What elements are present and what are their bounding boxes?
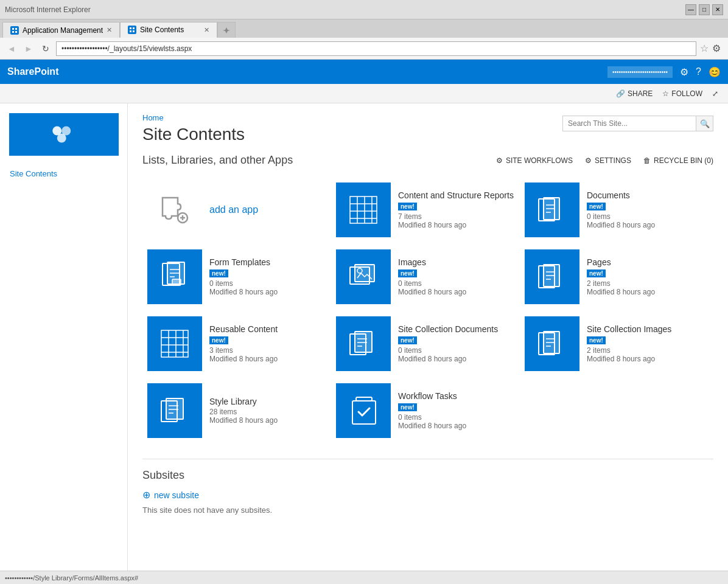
app-info-form-templates: Form Templates new! 0 items Modified 8 h… <box>209 257 326 296</box>
minimize-button[interactable]: — <box>685 4 696 15</box>
app-icon-site-coll-images <box>525 316 579 371</box>
recycle-bin-button[interactable]: 🗑 RECYCLE BIN (0) <box>643 156 713 165</box>
help-icon[interactable]: ? <box>696 66 701 77</box>
fullscreen-icon: ⤢ <box>712 89 718 98</box>
app-info-images: Images new! 0 items Modified 8 hours ago <box>398 257 515 296</box>
svg-rect-4 <box>130 27 131 29</box>
app-icon-form-templates <box>147 249 202 304</box>
app-item-reusable-content[interactable]: Reusable Content new! 3 items Modified 8… <box>142 310 331 377</box>
svg-rect-2 <box>12 31 14 33</box>
user-avatar-icon[interactable]: 😊 <box>709 66 721 78</box>
sharepoint-logo: SharePoint <box>7 66 58 77</box>
app-items-reusable-content: 3 items <box>209 346 326 355</box>
app-info-workflow-tasks: Workflow Tasks new! 0 items Modified 8 h… <box>398 391 515 430</box>
sidebar-item-site-contents[interactable]: Site Contents <box>0 165 127 182</box>
svg-rect-15 <box>350 196 377 223</box>
app-name-content-structure: Content and Structure Reports <box>398 190 515 200</box>
new-badge-documents: new! <box>587 203 606 210</box>
recycle-bin-icon: 🗑 <box>643 156 651 165</box>
back-button[interactable]: ◄ <box>5 42 18 55</box>
search-box-container: 🔍 <box>562 116 713 131</box>
app-item-style-library[interactable]: Style Library 28 items Modified 8 hours … <box>142 377 331 444</box>
maximize-button[interactable]: □ <box>699 4 710 15</box>
close-button[interactable]: ✕ <box>712 4 723 15</box>
user-account[interactable]: •••••••••••••••••••••••••• <box>607 66 673 78</box>
window-controls: — □ ✕ <box>685 4 723 15</box>
svg-rect-1 <box>15 28 17 30</box>
svg-marker-8 <box>223 27 230 33</box>
favorites-icon[interactable]: ☆ <box>700 43 709 54</box>
app-info-site-coll-docs: Site Collection Documents new! 0 items M… <box>398 324 515 363</box>
tab-app-mgmt-label: Application Management <box>23 26 103 35</box>
app-item-images[interactable]: Images new! 0 items Modified 8 hours ago <box>331 243 520 310</box>
app-icon-style-library <box>147 383 202 438</box>
tab-close-icon[interactable]: ✕ <box>107 26 112 34</box>
section-actions: ⚙ SITE WORKFLOWS ⚙ SETTINGS 🗑 RECYCLE BI… <box>496 156 713 165</box>
follow-icon: ☆ <box>662 89 669 98</box>
app-name-style-library: Style Library <box>209 397 326 406</box>
refresh-button[interactable]: ↻ <box>39 42 52 55</box>
fullscreen-button[interactable]: ⤢ <box>712 89 718 98</box>
search-input[interactable] <box>562 116 696 131</box>
new-subsite-link[interactable]: ⊕ new subsite <box>142 489 713 501</box>
browser-tabs: Application Management ✕ Site Contents ✕ <box>0 19 728 38</box>
new-badge-site-coll-images: new! <box>587 336 606 344</box>
svg-rect-5 <box>133 27 135 29</box>
tab-site-contents-label: Site Contents <box>140 26 184 34</box>
app-item-site-coll-docs[interactable]: Site Collection Documents new! 0 items M… <box>331 310 520 377</box>
new-badge-content-structure: new! <box>398 203 417 210</box>
app-items-site-coll-images: 2 items <box>587 346 704 355</box>
site-logo <box>9 113 119 156</box>
tab-app-mgmt[interactable]: Application Management ✕ <box>2 22 120 38</box>
add-app-info: add an app <box>209 204 258 215</box>
app-modified-workflow-tasks: Modified 8 hours ago <box>398 422 515 430</box>
sp-toolbar: 🔗 SHARE ☆ FOLLOW ⤢ <box>0 84 728 103</box>
search-button[interactable]: 🔍 <box>696 116 713 131</box>
app-name-form-templates: Form Templates <box>209 257 326 267</box>
address-input[interactable]: ••••••••••••••••••/_layouts/15/viewlsts.… <box>56 41 696 56</box>
app-name-workflow-tasks: Workflow Tasks <box>398 391 515 401</box>
svg-rect-7 <box>133 30 135 32</box>
app-modified-content-structure: Modified 8 hours ago <box>398 221 515 229</box>
app-items-documents: 0 items <box>587 212 704 221</box>
sharepoint-header: SharePoint •••••••••••••••••••••••••• ⚙ … <box>0 60 728 84</box>
app-modified-site-coll-docs: Modified 8 hours ago <box>398 355 515 363</box>
app-modified-documents: Modified 8 hours ago <box>587 221 704 229</box>
follow-button[interactable]: ☆ FOLLOW <box>662 89 702 98</box>
app-items-pages: 2 items <box>587 279 704 288</box>
tab-site-contents-icon <box>128 26 136 34</box>
app-items-content-structure: 7 items <box>398 212 515 221</box>
app-item-pages[interactable]: Pages new! 2 items Modified 8 hours ago <box>520 243 709 310</box>
app-item-content-structure[interactable]: Content and Structure Reports new! 7 ite… <box>331 176 520 243</box>
main-content: Home Site Contents 🔍 Lists, Libraries, a… <box>128 103 728 584</box>
svg-rect-41 <box>161 330 188 357</box>
subsites-section: Subsites ⊕ new subsite This site does no… <box>142 459 713 515</box>
app-info-pages: Pages new! 2 items Modified 8 hours ago <box>587 257 704 296</box>
app-icon-pages <box>525 249 579 304</box>
svg-rect-6 <box>130 30 131 32</box>
site-workflows-button[interactable]: ⚙ SITE WORKFLOWS <box>496 156 573 165</box>
settings-icon[interactable]: ⚙ <box>680 66 688 78</box>
svg-rect-32 <box>172 279 181 285</box>
browser-titlebar: Microsoft Internet Explorer — □ ✕ <box>0 0 728 19</box>
tab-site-contents-close-icon[interactable]: ✕ <box>204 26 209 34</box>
app-items-workflow-tasks: 0 items <box>398 413 515 422</box>
tools-icon[interactable]: ⚙ <box>712 43 721 54</box>
tab-site-contents[interactable]: Site Contents ✕ <box>120 22 217 38</box>
add-app-item[interactable]: add an app <box>142 176 331 243</box>
app-item-workflow-tasks[interactable]: Workflow Tasks new! 0 items Modified 8 h… <box>331 377 520 444</box>
forward-button[interactable]: ► <box>22 42 35 55</box>
app-name-documents: Documents <box>587 190 704 200</box>
apps-grid: add an app Content <box>142 176 713 444</box>
app-item-form-templates[interactable]: Form Templates new! 0 items Modified 8 h… <box>142 243 331 310</box>
new-badge-reusable-content: new! <box>209 336 228 344</box>
app-item-site-coll-images[interactable]: Site Collection Images new! 2 items Modi… <box>520 310 709 377</box>
app-modified-form-templates: Modified 8 hours ago <box>209 288 326 296</box>
svg-rect-49 <box>355 332 372 352</box>
app-item-documents[interactable]: Documents new! 0 items Modified 8 hours … <box>520 176 709 243</box>
settings-button[interactable]: ⚙ SETTINGS <box>585 156 631 165</box>
breadcrumb[interactable]: Home <box>142 113 245 122</box>
new-badge-images: new! <box>398 269 417 277</box>
share-button[interactable]: 🔗 SHARE <box>616 89 653 98</box>
new-tab-button[interactable] <box>217 22 236 38</box>
